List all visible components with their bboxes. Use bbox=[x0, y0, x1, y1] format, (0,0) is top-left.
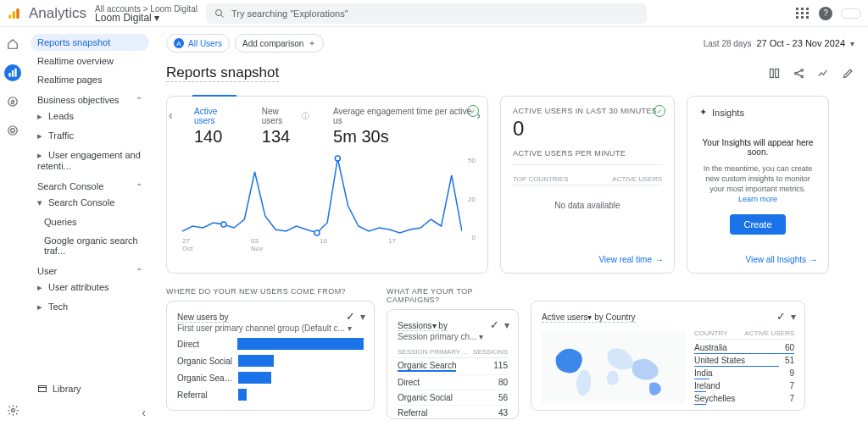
sidebar-section-business[interactable]: Business objectives⌃ bbox=[31, 90, 149, 108]
metric-avg-engagement[interactable]: Average engagement time per active us bbox=[333, 107, 476, 125]
arrow-right-icon: → bbox=[810, 255, 818, 264]
sidebar-item-realtime-overview[interactable]: Realtime overview bbox=[31, 53, 149, 69]
sidebar-item-organic[interactable]: Google organic search traf... bbox=[31, 232, 149, 259]
sidebar-item-leads[interactable]: ▸Leads bbox=[31, 108, 149, 125]
bar-row: Organic Search bbox=[177, 372, 364, 384]
table-row: Australia60 bbox=[694, 341, 794, 354]
sidebar-section-user[interactable]: User⌃ bbox=[31, 261, 149, 279]
bar-row: Referral bbox=[177, 389, 364, 401]
svg-rect-13 bbox=[771, 69, 774, 78]
rail-explore-icon[interactable] bbox=[4, 93, 21, 110]
line-chart bbox=[182, 155, 462, 240]
link-view-all-insights[interactable]: View all Insights → bbox=[745, 255, 818, 264]
svg-point-16 bbox=[801, 69, 804, 72]
chevron-down-icon[interactable]: ▾ bbox=[479, 332, 483, 341]
page-title: Reports snapshot bbox=[166, 64, 279, 82]
chip-add-comparison[interactable]: Add comparison＋ bbox=[235, 34, 324, 53]
svg-point-9 bbox=[8, 126, 17, 136]
main-content: AAll Users Add comparison＋ Last 28 days … bbox=[154, 27, 868, 426]
chip-all-users[interactable]: AAll Users bbox=[166, 34, 230, 53]
sidebar: Reports snapshot Realtime overview Realt… bbox=[25, 27, 154, 426]
search-input[interactable]: Try searching "Explorations" bbox=[206, 3, 647, 24]
verified-check-icon: ✓ bbox=[776, 310, 786, 323]
country-rows: Australia60United States51India9Ireland7… bbox=[694, 341, 794, 405]
sidebar-item-engagement[interactable]: ▸User engagement and retenti... bbox=[31, 147, 149, 174]
share-icon[interactable] bbox=[793, 67, 805, 80]
table-row: Ireland7 bbox=[694, 379, 794, 392]
svg-rect-1 bbox=[13, 11, 15, 19]
create-insight-button[interactable]: Create bbox=[730, 214, 785, 235]
sidebar-item-search-console[interactable]: ▾Search Console bbox=[31, 194, 149, 212]
chevron-down-icon: ▾ bbox=[850, 39, 854, 48]
verified-check-icon: ✓ bbox=[654, 105, 665, 117]
svg-point-20 bbox=[335, 156, 340, 161]
section-header-new-users: WHERE DO YOUR NEW USERS COME FROM? bbox=[166, 287, 375, 296]
chart-y-ticks: 50 20 0 bbox=[459, 157, 476, 241]
sidebar-library[interactable]: Library bbox=[37, 384, 81, 394]
search-icon bbox=[214, 8, 225, 19]
svg-rect-7 bbox=[14, 69, 16, 77]
card-sessions-channel: ✓▾ Sessions▾ by Session primary ch... ▾ … bbox=[387, 309, 519, 419]
sidebar-item-traffic[interactable]: ▸Traffic bbox=[31, 127, 149, 145]
sidebar-item-queries[interactable]: Queries bbox=[31, 213, 149, 230]
sidebar-section-search-console[interactable]: Search Console⌃ bbox=[31, 176, 149, 194]
sidebar-item-tech[interactable]: ▸Tech bbox=[31, 298, 149, 316]
chevron-down-icon[interactable]: ▾ bbox=[360, 311, 365, 323]
chevron-down-icon[interactable]: ▾ bbox=[504, 319, 509, 331]
date-range-picker[interactable]: Last 28 days 27 Oct - 23 Nov 2024 ▾ bbox=[704, 38, 854, 48]
bar-row: Organic Social bbox=[177, 355, 364, 367]
edit-icon[interactable] bbox=[842, 67, 854, 80]
card-realtime: ✓ ACTIVE USERS IN LAST 30 MINUTES 0 ACTI… bbox=[500, 96, 675, 274]
table-row: Referral43 bbox=[398, 406, 508, 419]
sidebar-item-realtime-pages[interactable]: Realtime pages bbox=[31, 71, 149, 88]
sidebar-item-user-attributes[interactable]: ▸User attributes bbox=[31, 279, 149, 296]
world-map bbox=[542, 329, 686, 406]
svg-rect-5 bbox=[8, 73, 10, 77]
table-row: Organic Social56 bbox=[398, 390, 508, 406]
svg-rect-0 bbox=[8, 14, 11, 19]
card-metrics-chart: ✓ ‹ › Active users 140 New users ⓘ 134 A… bbox=[166, 96, 488, 274]
arrow-right-icon: → bbox=[655, 255, 664, 264]
account-badge[interactable] bbox=[841, 8, 861, 19]
svg-line-4 bbox=[220, 14, 223, 17]
left-rail bbox=[0, 27, 25, 426]
sidebar-item-reports-snapshot[interactable]: Reports snapshot bbox=[31, 34, 149, 51]
metrics-prev-arrow[interactable]: ‹ bbox=[169, 108, 173, 122]
chevron-up-icon: ⌃ bbox=[136, 96, 142, 105]
metric-active-users[interactable]: Active users bbox=[194, 107, 238, 125]
app-grid-icon[interactable] bbox=[795, 6, 810, 21]
svg-rect-2 bbox=[16, 8, 19, 19]
rail-home-icon[interactable] bbox=[4, 36, 21, 53]
search-placeholder: Try searching "Explorations" bbox=[231, 8, 348, 19]
table-row: United States51 bbox=[694, 354, 794, 367]
table-row: Organic Search115 bbox=[398, 358, 508, 375]
library-icon bbox=[37, 384, 47, 394]
settings-gear-icon[interactable] bbox=[7, 404, 19, 419]
collapse-sidebar-icon[interactable]: ‹ bbox=[142, 406, 146, 419]
verified-check-icon: ✓ bbox=[490, 318, 499, 331]
link-learn-more[interactable]: Learn more bbox=[738, 195, 777, 203]
chevron-down-icon[interactable]: ▾ bbox=[791, 311, 796, 323]
rail-reports-icon[interactable] bbox=[4, 64, 21, 81]
card-new-users-channel: ✓▾ New users by First user primary chann… bbox=[166, 301, 375, 411]
property-picker[interactable]: All accounts > Loom Digital Loom Digital… bbox=[95, 4, 198, 23]
sparkle-icon: ✦ bbox=[699, 107, 707, 118]
metric-new-users[interactable]: New users ⓘ bbox=[262, 107, 309, 125]
bar-row: Direct bbox=[177, 338, 364, 350]
customize-icon[interactable] bbox=[768, 67, 781, 80]
chart-x-ticks: 27Oct 03Nov 10 17 bbox=[182, 237, 457, 252]
svg-point-17 bbox=[801, 75, 804, 78]
chevron-down-icon[interactable]: ▾ bbox=[348, 324, 352, 333]
svg-rect-11 bbox=[39, 386, 47, 392]
card-insights: ✦Insights Your Insights will appear here… bbox=[687, 96, 829, 274]
link-view-realtime[interactable]: View real time → bbox=[598, 255, 664, 264]
analytics-logo-icon bbox=[7, 7, 20, 20]
metrics-next-arrow[interactable]: › bbox=[476, 108, 481, 122]
help-icon[interactable]: ? bbox=[819, 7, 832, 20]
realtime-active-count: 0 bbox=[513, 117, 662, 141]
svg-point-3 bbox=[215, 9, 221, 15]
svg-point-10 bbox=[10, 129, 14, 133]
insights-icon[interactable] bbox=[817, 67, 830, 80]
topbar: Analytics All accounts > Loom Digital Lo… bbox=[0, 0, 868, 27]
rail-advertising-icon[interactable] bbox=[4, 122, 21, 139]
